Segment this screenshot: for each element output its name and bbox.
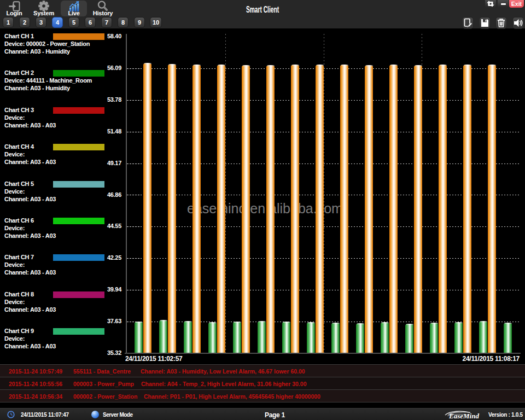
svg-text:EaseMind: EaseMind: [448, 412, 479, 420]
